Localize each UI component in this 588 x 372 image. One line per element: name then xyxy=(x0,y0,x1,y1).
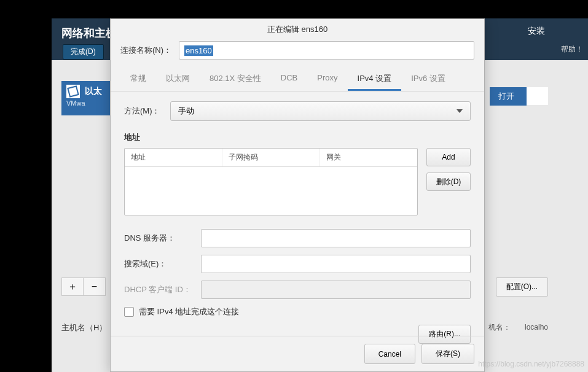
require-ipv4-checkbox[interactable] xyxy=(124,307,134,317)
page-title: 网络和主机 xyxy=(61,26,117,41)
open-toggle-button[interactable]: 打开 xyxy=(490,87,527,106)
hostname-label: 主机名（H） xyxy=(61,322,107,333)
save-button[interactable]: 保存(S) xyxy=(421,344,474,364)
tab-general[interactable]: 常规 xyxy=(120,68,156,91)
connection-name-label: 连接名称(N)： xyxy=(120,45,179,56)
remove-connection-button[interactable]: − xyxy=(84,277,106,296)
method-select[interactable]: 手动 xyxy=(170,101,471,121)
ethernet-icon xyxy=(66,85,80,98)
dns-input[interactable] xyxy=(201,229,471,247)
tab-8021x[interactable]: 802.1X 安全性 xyxy=(200,68,271,91)
toggle-track[interactable] xyxy=(527,87,548,105)
tab-ethernet[interactable]: 以太网 xyxy=(156,68,200,91)
current-hostname-value: localho xyxy=(525,323,548,331)
dhcp-client-label: DHCP 客户端 ID： xyxy=(124,284,201,295)
dhcp-client-row: DHCP 客户端 ID： xyxy=(124,281,471,299)
method-label: 方法(M)： xyxy=(124,106,170,117)
edit-connection-dialog: 正在编辑 ens160 连接名称(N)： ens160 常规 以太网 802.1… xyxy=(110,18,485,372)
dialog-footer: Cancel 保存(S) xyxy=(111,336,484,371)
address-buttons: Add 删除(D) xyxy=(426,148,471,215)
connection-name-row: 连接名称(N)： ens160 xyxy=(111,39,484,68)
current-hostname-label: 机名： xyxy=(488,323,511,331)
dialog-title: 正在编辑 ens160 xyxy=(111,19,484,39)
require-ipv4-label: 需要 IPv4 地址完成这个连接 xyxy=(139,306,239,317)
nic-card[interactable]: 以太 VMwa xyxy=(61,81,111,115)
help-button[interactable]: 帮助！ xyxy=(561,44,583,55)
addr-col-address: 地址 xyxy=(125,149,222,166)
method-row: 方法(M)： 手动 xyxy=(124,101,471,121)
addr-col-netmask: 子网掩码 xyxy=(222,149,320,166)
tab-dcb[interactable]: DCB xyxy=(271,68,307,91)
add-address-button[interactable]: Add xyxy=(426,148,471,166)
dhcp-client-input xyxy=(201,281,471,299)
address-table-header: 地址 子网掩码 网关 xyxy=(125,149,417,167)
address-section-label: 地址 xyxy=(124,132,471,143)
nic-title: 以太 xyxy=(85,86,102,97)
dns-row: DNS 服务器： xyxy=(124,229,471,247)
connection-name-input[interactable]: ens160 xyxy=(179,41,474,60)
tab-ipv4[interactable]: IPv4 设置 xyxy=(348,68,402,91)
configure-button[interactable]: 配置(O)... xyxy=(496,277,548,296)
install-label: 安装 xyxy=(528,26,545,37)
current-hostname: 机名： localho xyxy=(488,322,548,333)
ipv4-settings-panel: 方法(M)： 手动 地址 地址 子网掩码 网关 Add 删除(D) xyxy=(111,91,484,350)
address-table[interactable]: 地址 子网掩码 网关 xyxy=(124,148,418,215)
search-domain-label: 搜索域(E)： xyxy=(124,258,201,269)
done-button[interactable]: 完成(D) xyxy=(63,44,104,60)
addr-col-gateway: 网关 xyxy=(320,149,417,166)
add-remove-buttons: ＋ − xyxy=(61,277,106,296)
tab-ipv6[interactable]: IPv6 设置 xyxy=(401,68,455,91)
chevron-down-icon xyxy=(457,109,463,113)
search-domain-row: 搜索域(E)： xyxy=(124,255,471,273)
require-ipv4-row: 需要 IPv4 地址完成这个连接 xyxy=(124,306,471,317)
method-value: 手动 xyxy=(178,106,194,117)
dialog-tabs: 常规 以太网 802.1X 安全性 DCB Proxy IPv4 设置 IPv6… xyxy=(111,68,484,91)
dns-label: DNS 服务器： xyxy=(124,233,201,244)
address-container: 地址 子网掩码 网关 Add 删除(D) xyxy=(124,148,471,215)
add-connection-button[interactable]: ＋ xyxy=(61,277,84,296)
tab-proxy[interactable]: Proxy xyxy=(307,68,347,91)
nic-subtitle: VMwa xyxy=(66,99,106,107)
search-domain-input[interactable] xyxy=(201,255,471,273)
delete-address-button[interactable]: 删除(D) xyxy=(426,172,471,191)
connection-name-value: ens160 xyxy=(184,45,213,56)
cancel-button[interactable]: Cancel xyxy=(364,344,415,364)
watermark: https://blog.csdn.net/yjb7268888 xyxy=(478,360,584,368)
